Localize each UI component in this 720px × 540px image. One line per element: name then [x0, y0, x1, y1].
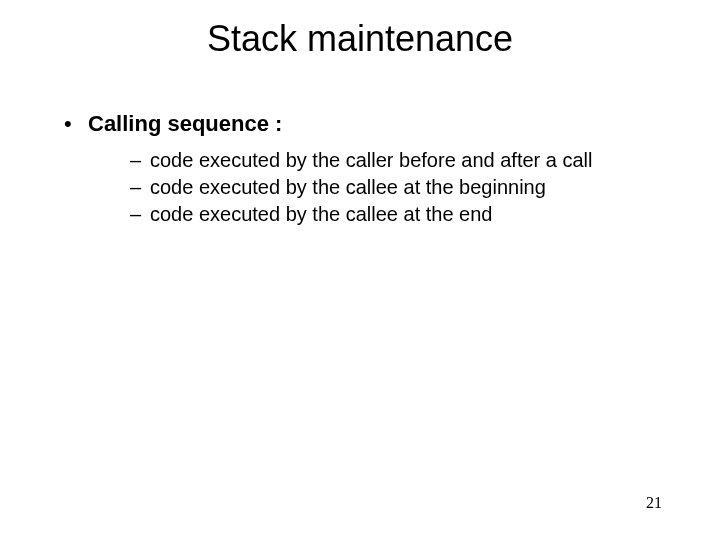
bullet-level1: Calling sequence : [60, 110, 660, 138]
bullet-level2: code executed by the callee at the begin… [130, 175, 660, 200]
slide: Stack maintenance Calling sequence : cod… [0, 0, 720, 540]
bullet-level2: code executed by the caller before and a… [130, 148, 660, 173]
bullet-level2-group: code executed by the caller before and a… [60, 148, 660, 227]
slide-title: Stack maintenance [0, 0, 720, 60]
slide-body: Calling sequence : code executed by the … [0, 60, 720, 227]
page-number: 21 [646, 494, 662, 512]
bullet-level2: code executed by the callee at the end [130, 202, 660, 227]
